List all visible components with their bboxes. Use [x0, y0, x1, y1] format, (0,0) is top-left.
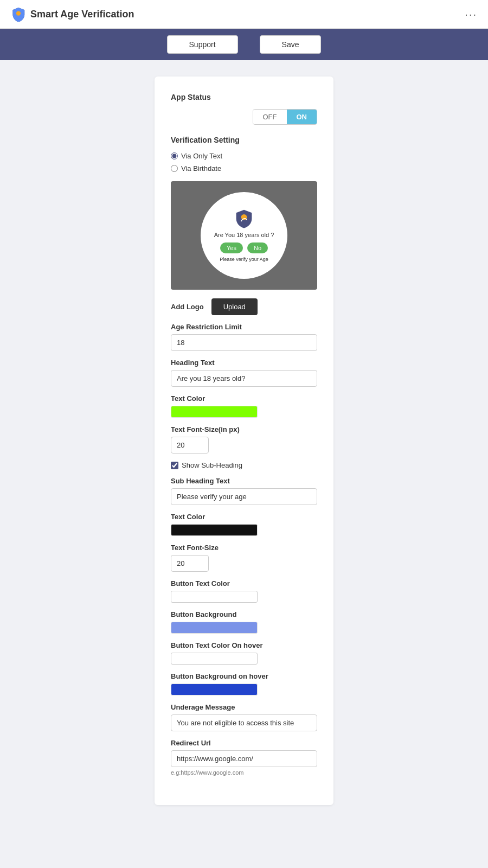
age-restriction-input[interactable] [171, 334, 317, 351]
radio-text-option[interactable]: Via Only Text [171, 152, 317, 160]
btn-text-color-swatch[interactable] [171, 591, 258, 603]
redirect-url-input[interactable] [171, 750, 317, 767]
sub-heading-text-group: Sub Heading Text [171, 477, 317, 505]
radio-text-input[interactable] [171, 152, 178, 159]
toggle-on-option[interactable]: ON [287, 110, 317, 124]
show-subheading-checkbox[interactable] [171, 462, 178, 469]
preview-subtext: Please verify your Age [220, 257, 268, 262]
preview-buttons: Yes No [220, 242, 268, 253]
toggle-off-option[interactable]: OFF [253, 110, 287, 124]
text-font-size-1-label: Text Font-Size(in px) [171, 425, 317, 433]
show-subheading-checkbox-label[interactable]: Show Sub-Heading [171, 461, 317, 469]
radio-birthdate-input[interactable] [171, 165, 178, 172]
btn-bg-hover-label: Button Background on hover [171, 672, 317, 680]
redirect-url-hint: e.g:https://www.google.com [171, 769, 317, 776]
btn-bg-swatch[interactable] [171, 622, 258, 634]
preview-yes-button: Yes [220, 242, 243, 253]
text-color-1-swatch[interactable] [171, 406, 258, 418]
save-button[interactable]: Save [260, 35, 322, 54]
underage-message-input[interactable] [171, 714, 317, 731]
upload-button[interactable]: Upload [211, 298, 258, 315]
add-logo-label: Add Logo [171, 303, 204, 311]
btn-text-color-label: Button Text Color [171, 579, 317, 588]
redirect-url-label: Redirect Url [171, 739, 317, 747]
app-title: Smart Age Verification [30, 9, 134, 20]
support-button[interactable]: Support [167, 35, 238, 54]
heading-text-group: Heading Text [171, 359, 317, 387]
top-bar: Smart Age Verification ··· [0, 0, 488, 29]
btn-text-color-group: Button Text Color [171, 579, 317, 603]
btn-bg-label: Button Background [171, 610, 317, 618]
more-options-icon[interactable]: ··· [465, 8, 477, 21]
text-color-1-group: Text Color [171, 394, 317, 418]
btn-bg-hover-group: Button Background on hover [171, 672, 317, 695]
sub-heading-text-input[interactable] [171, 488, 317, 505]
on-off-toggle[interactable]: OFF ON [253, 109, 318, 125]
btn-text-hover-label: Button Text Color On hover [171, 641, 317, 649]
svg-point-0 [16, 11, 21, 15]
heading-text-input[interactable] [171, 370, 317, 387]
radio-birthdate-label: Via Birthdate [181, 164, 221, 173]
preview-no-button: No [247, 242, 268, 253]
verification-setting-title: Verification Setting [171, 136, 317, 144]
text-color-2-swatch[interactable] [171, 524, 258, 536]
btn-text-hover-group: Button Text Color On hover [171, 641, 317, 665]
text-font-size-1-group: Text Font-Size(in px) [171, 425, 317, 454]
preview-heading-text: Are You 18 years old ? [214, 232, 274, 238]
main-content: App Status OFF ON Verification Setting V… [0, 60, 488, 821]
text-color-2-group: Text Color [171, 513, 317, 536]
heading-text-label: Heading Text [171, 359, 317, 367]
btn-bg-hover-swatch[interactable] [171, 684, 258, 695]
age-restriction-label: Age Restriction Limit [171, 323, 317, 331]
text-color-1-label: Text Color [171, 394, 317, 403]
text-color-2-label: Text Color [171, 513, 317, 521]
sub-heading-text-label: Sub Heading Text [171, 477, 317, 485]
preview-shield-icon [234, 209, 254, 228]
text-font-size-2-input[interactable] [171, 555, 209, 572]
btn-text-hover-swatch[interactable] [171, 653, 258, 665]
add-logo-row: Add Logo Upload [171, 298, 317, 315]
age-restriction-group: Age Restriction Limit [171, 323, 317, 351]
text-font-size-2-group: Text Font-Size [171, 544, 317, 572]
verification-radio-group: Via Only Text Via Birthdate [171, 152, 317, 173]
show-subheading-label: Show Sub-Heading [182, 461, 242, 469]
preview-box: Are You 18 years old ? Yes No Please ver… [171, 181, 317, 290]
nav-bar: Support Save [0, 29, 488, 60]
radio-text-label: Via Only Text [181, 152, 222, 160]
btn-bg-group: Button Background [171, 610, 317, 634]
text-font-size-1-input[interactable] [171, 437, 209, 454]
app-status-title: App Status [171, 93, 317, 101]
shield-icon [11, 7, 26, 22]
text-font-size-2-label: Text Font-Size [171, 544, 317, 552]
underage-message-label: Underage Message [171, 703, 317, 711]
settings-card: App Status OFF ON Verification Setting V… [155, 76, 333, 805]
underage-message-group: Underage Message [171, 703, 317, 731]
radio-birthdate-option[interactable]: Via Birthdate [171, 164, 317, 173]
app-status-toggle-row: OFF ON [171, 109, 317, 125]
redirect-url-group: Redirect Url e.g:https://www.google.com [171, 739, 317, 776]
preview-inner: Are You 18 years old ? Yes No Please ver… [201, 192, 287, 279]
